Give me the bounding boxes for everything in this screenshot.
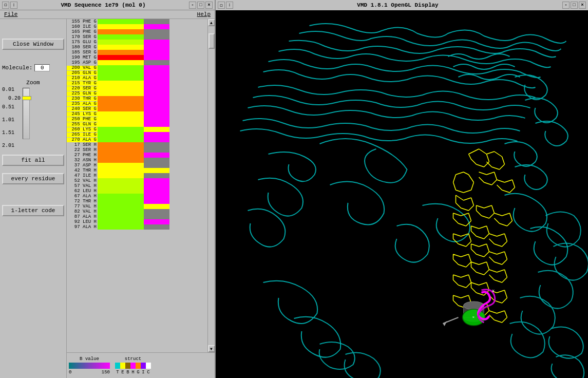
seq-label: 42 THR H <box>67 168 98 173</box>
seq-label: 180 SER G <box>67 45 98 50</box>
left-panel: ◻ ↕ VMD Sequence 1e79 (mol 0) - □ × File… <box>0 0 216 378</box>
fit-all-button[interactable]: fit all <box>2 155 64 166</box>
table-row[interactable]: 47 ILE H <box>67 173 207 178</box>
bvalue-bar <box>98 40 144 45</box>
left-close-btn[interactable]: × <box>205 2 213 9</box>
bvalue-bar <box>98 81 144 86</box>
table-row[interactable]: 220 SER G <box>67 86 207 91</box>
table-row[interactable]: 225 GLN G <box>67 91 207 96</box>
right-maximize-btn[interactable]: □ <box>571 2 578 9</box>
every-residue-button[interactable]: every residue <box>2 173 64 184</box>
table-row[interactable]: 205 GLN G <box>67 70 207 75</box>
table-row[interactable]: 22 SER H <box>67 147 207 153</box>
table-row[interactable]: 92 LEU H <box>67 219 207 224</box>
zoom-label: Zoom <box>2 80 64 86</box>
zoom-val-1: 0.01 <box>2 87 21 92</box>
right-window-title: VMD 1.8.1 OpenGL Display <box>357 2 438 8</box>
seq-label: 47 ILE H <box>67 174 98 178</box>
table-row[interactable]: 77 VAL H <box>67 204 207 209</box>
left-title-icon2[interactable]: ↕ <box>10 2 17 9</box>
zoom-val-2: 0.51 <box>2 104 21 110</box>
help-menu[interactable]: Help <box>197 11 211 17</box>
left-minimize-btn[interactable]: - <box>189 2 196 9</box>
struct-bar <box>144 127 169 132</box>
right-minimize-btn[interactable]: - <box>562 2 570 9</box>
table-row[interactable]: 37 ASP H <box>67 163 207 168</box>
bvalue-bar <box>98 45 144 50</box>
table-row[interactable]: 255 GLN G <box>67 122 207 127</box>
table-row[interactable]: 175 GLU G <box>67 40 207 45</box>
table-row[interactable]: 185 SER G <box>67 50 207 55</box>
right-close-btn[interactable]: × <box>579 2 586 9</box>
table-row[interactable]: 87 ALA H <box>67 214 207 219</box>
table-row[interactable]: 62 LEU H <box>67 188 207 194</box>
struct-label-char: C <box>146 370 151 375</box>
file-menu[interactable]: File <box>4 11 17 17</box>
sequence-scroll: 155 PHE G160 ILE G165 PHE G170 SER G175 … <box>67 19 215 352</box>
table-row[interactable]: 27 PHE H <box>67 153 207 158</box>
table-row[interactable]: 230 THR G <box>67 96 207 101</box>
bvalue-bar <box>98 142 144 147</box>
scroll-down-arrow[interactable]: ▼ <box>208 345 215 352</box>
table-row[interactable]: 195 ASP G <box>67 60 207 65</box>
sequence-list: 155 PHE G160 ILE G165 PHE G170 SER G175 … <box>67 19 207 352</box>
table-row[interactable]: 32 ASN H <box>67 158 207 163</box>
molecule-input[interactable] <box>34 64 50 71</box>
struct-bar <box>144 132 169 137</box>
table-row[interactable]: 210 ALA G <box>67 75 207 81</box>
zoom-values-slider: 0.01 0.20 0.51 1.01 1.51 2.01 <box>2 87 64 148</box>
table-row[interactable]: 200 VAL G <box>67 65 207 70</box>
table-row[interactable]: 260 LYS G <box>67 127 207 132</box>
table-row[interactable]: 17 SER H <box>67 142 207 147</box>
right-panel: ◻ ↕ VMD 1.8.1 OpenGL Display - □ × <box>216 0 588 378</box>
struct-bar <box>144 188 169 194</box>
bvalue-bar <box>98 127 144 132</box>
table-row[interactable]: 52 VAL H <box>67 178 207 183</box>
table-row[interactable]: 42 THR H <box>67 168 207 173</box>
left-title-icon[interactable]: ◻ <box>2 2 9 9</box>
table-row[interactable]: 170 SER G <box>67 34 207 40</box>
table-row[interactable]: 240 SER G <box>67 106 207 111</box>
bval-max: 150 <box>102 370 110 375</box>
table-row[interactable]: 72 THR H <box>67 199 207 204</box>
right-icon2[interactable]: ↕ <box>226 2 233 9</box>
struct-bar <box>144 86 169 91</box>
table-row[interactable]: 250 PHE G <box>67 117 207 122</box>
table-row[interactable]: 155 PHE G <box>67 19 207 24</box>
table-row[interactable]: 235 ALA G <box>67 101 207 106</box>
table-row[interactable]: 67 ALA H <box>67 194 207 199</box>
table-row[interactable]: 180 SER G <box>67 45 207 50</box>
one-letter-code-button[interactable]: 1-letter code <box>2 205 64 216</box>
table-row[interactable]: 265 ILE G <box>67 132 207 137</box>
bvalue-bar <box>98 24 144 29</box>
struct-label: struct <box>125 356 141 362</box>
table-row[interactable]: 57 VAL H <box>67 183 207 188</box>
left-title-bar: ◻ ↕ VMD Sequence 1e79 (mol 0) - □ × <box>0 0 215 10</box>
seq-label: 245 LYS G <box>67 112 98 117</box>
molecule-row: Molecule: <box>2 64 64 71</box>
zoom-thumb[interactable] <box>22 96 31 100</box>
table-row[interactable]: 165 PHE G <box>67 29 207 34</box>
struct-bar <box>144 101 169 106</box>
bvalue-bar <box>98 91 144 96</box>
struct-bar <box>144 75 169 81</box>
table-row[interactable]: 82 VAL H <box>67 209 207 214</box>
table-row[interactable]: 97 ALA H <box>67 224 207 230</box>
scroll-thumb[interactable] <box>208 33 215 49</box>
close-window-button[interactable]: Close Window <box>2 39 64 50</box>
table-row[interactable]: 245 LYS G <box>67 111 207 117</box>
opengl-viewport[interactable]: × × <box>216 10 588 378</box>
bvalue-bar <box>98 147 144 153</box>
seq-label: 230 THR G <box>67 97 98 101</box>
sequence-scrollbar[interactable]: ▲ ▼ <box>207 19 215 352</box>
table-row[interactable]: 270 ALA G <box>67 137 207 142</box>
table-row[interactable]: 190 MET G <box>67 55 207 60</box>
left-maximize-btn[interactable]: □ <box>197 2 204 9</box>
table-row[interactable]: 215 TYR G <box>67 81 207 86</box>
svg-text:×: × <box>472 315 475 319</box>
right-icon1[interactable]: ◻ <box>218 2 225 9</box>
struct-bar <box>144 70 169 75</box>
scroll-up-arrow[interactable]: ▲ <box>208 19 215 26</box>
struct-bar <box>144 34 169 40</box>
table-row[interactable]: 160 ILE G <box>67 24 207 29</box>
